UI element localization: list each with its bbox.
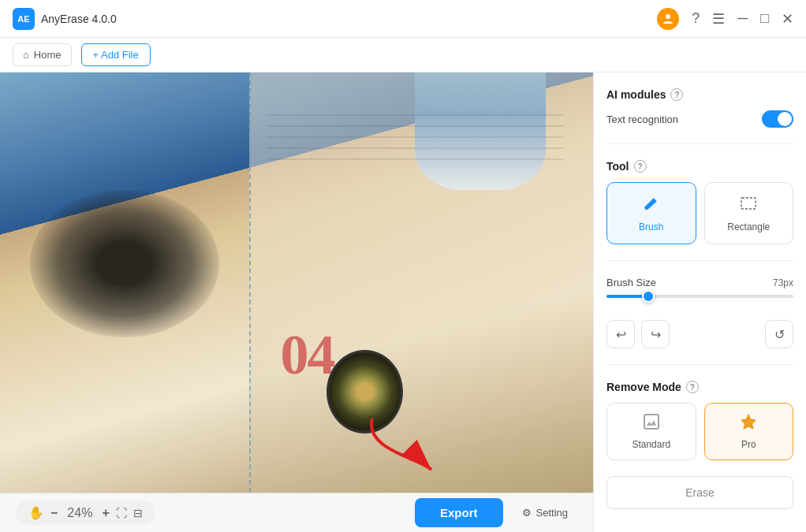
right-panel: AI modules ? Text recognition Tool ? xyxy=(593,73,806,532)
brush-icon xyxy=(642,194,661,217)
remove-mode-section: Remove Mode ? Standard xyxy=(606,381,793,460)
erase-button[interactable]: Erase xyxy=(606,476,793,509)
glasses-shape xyxy=(30,190,220,337)
brush-tool-button[interactable]: Brush xyxy=(606,182,696,244)
setting-button[interactable]: ⚙ Setting xyxy=(513,500,577,525)
svg-rect-4 xyxy=(644,415,659,429)
slider-fill xyxy=(606,295,644,298)
main-layout: 04 xyxy=(0,73,806,532)
title-bar: AE AnyErase 4.0.0 ? ☰ ─ □ ✕ xyxy=(0,0,806,38)
zoom-level: 24% xyxy=(67,506,92,520)
standard-mode-button[interactable]: Standard xyxy=(606,403,696,460)
history-row: ↩ ↪ ↺ xyxy=(606,320,793,348)
history-buttons: ↩ ↪ xyxy=(606,320,670,348)
book-spine xyxy=(249,73,251,493)
pro-icon xyxy=(740,413,757,434)
tool-help-icon[interactable]: ? xyxy=(634,160,647,173)
remove-mode-help-icon[interactable]: ? xyxy=(686,381,699,393)
home-button[interactable]: ⌂ Home xyxy=(13,43,72,66)
svg-marker-5 xyxy=(741,415,756,429)
text-recognition-label: Text recognition xyxy=(606,113,678,125)
brush-size-label: Brush Size xyxy=(606,277,765,288)
app-title: AnyErase 4.0.0 xyxy=(41,13,117,25)
remove-mode-title: Remove Mode ? xyxy=(606,381,793,393)
ai-modules-section: AI modules ? Text recognition xyxy=(606,88,793,128)
standard-icon xyxy=(643,413,660,434)
help-icon[interactable]: ? xyxy=(692,10,700,27)
divider-1 xyxy=(606,143,793,144)
brush-size-section: Brush Size 73px xyxy=(606,277,793,304)
svg-rect-3 xyxy=(741,198,756,209)
export-button[interactable]: Export xyxy=(415,498,503,527)
canvas-area[interactable]: 04 xyxy=(0,73,593,532)
menu-icon[interactable]: ☰ xyxy=(712,10,725,28)
svg-point-0 xyxy=(666,14,670,19)
brush-size-row: Brush Size 73px xyxy=(606,277,793,288)
user-avatar[interactable] xyxy=(657,8,679,30)
add-file-button[interactable]: + Add File xyxy=(81,43,151,66)
title-right-controls: ? ☰ ─ □ ✕ xyxy=(657,8,793,30)
divider-3 xyxy=(606,364,793,365)
bottom-right-controls: Export ⚙ Setting xyxy=(415,498,577,527)
gear-icon: ⚙ xyxy=(522,507,532,519)
close-icon[interactable]: ✕ xyxy=(782,10,793,28)
pro-mode-button[interactable]: Pro xyxy=(704,403,794,460)
text-recognition-toggle[interactable] xyxy=(762,110,793,128)
slider-thumb[interactable] xyxy=(642,290,655,303)
title-left: AE AnyErase 4.0.0 xyxy=(13,8,117,30)
undo-button[interactable]: ↩ xyxy=(606,320,635,348)
divider-2 xyxy=(606,260,793,261)
canvas-bottom-bar: ✋ − 24% + ⛶ ⊟ Export ⚙ Setting xyxy=(0,493,593,532)
minimize-icon[interactable]: ─ xyxy=(737,10,748,27)
brush-size-value: 73px xyxy=(773,277,793,288)
zoom-controls: ✋ − 24% + ⛶ ⊟ xyxy=(16,500,155,525)
rectangle-tool-button[interactable]: Rectangle xyxy=(704,182,794,244)
tool-grid: Brush Rectangle xyxy=(606,182,793,244)
redo-button[interactable]: ↪ xyxy=(641,320,670,348)
tool-section: Tool ? Brush xyxy=(606,160,793,244)
toolbar: ⌂ Home + Add File xyxy=(0,38,806,73)
split-view-icon[interactable]: ⊟ xyxy=(133,507,143,519)
fullscreen-icon[interactable]: ⛶ xyxy=(116,507,127,519)
maximize-icon[interactable]: □ xyxy=(760,10,769,27)
home-icon: ⌂ xyxy=(23,49,29,61)
reset-button[interactable]: ↺ xyxy=(765,320,793,348)
zoom-in-icon[interactable]: + xyxy=(102,506,109,520)
brush-size-slider[interactable] xyxy=(606,295,793,298)
rectangle-icon xyxy=(739,194,758,217)
ai-modules-help-icon[interactable]: ? xyxy=(670,88,683,101)
notebook-lines xyxy=(267,114,563,366)
book-page: 04 xyxy=(0,73,593,493)
text-recognition-row: Text recognition xyxy=(606,110,793,128)
app-logo: AE xyxy=(13,8,35,30)
ai-modules-title: AI modules ? xyxy=(606,88,793,101)
canvas-image: 04 xyxy=(0,73,593,493)
toggle-thumb xyxy=(778,112,792,126)
remove-mode-grid: Standard Pro xyxy=(606,403,793,460)
zoom-out-icon[interactable]: − xyxy=(50,506,58,520)
tool-section-title: Tool ? xyxy=(606,160,793,173)
slider-track xyxy=(606,295,793,298)
hand-tool-icon[interactable]: ✋ xyxy=(28,505,44,520)
